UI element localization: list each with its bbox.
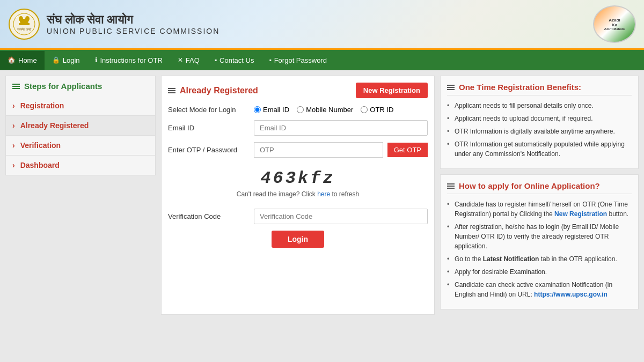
radio-email-input[interactable] [254,106,261,113]
svg-point-3 [19,16,23,21]
sidebar-label-dashboard: Dashboard [20,161,60,169]
how-to-apply-box: How to apply for Online Application? Can… [440,174,639,309]
nav-login[interactable]: 🔒 Login [45,51,87,70]
list-item: Candidate can check active examination N… [447,280,632,299]
upsc-url-link[interactable]: https://www.upsc.gov.in [534,291,608,298]
svg-rect-5 [19,23,30,25]
list-item: OTR Information is digitally available a… [447,127,632,136]
benefits-menu-icon [447,85,455,90]
chevron-right-icon-3: › [12,141,15,150]
menu-icon [12,84,20,89]
captcha-refresh-text: Can't read the image? Click here to refr… [172,190,423,198]
right-panel: One Time Registration Benefits: Applican… [440,76,639,315]
form-verification-row: Verification Code [168,209,428,224]
otp-label: Enter OTP / Password [168,146,254,154]
sidebar-title: Steps for Applicants [24,82,102,91]
panel-menu-icon [168,88,175,93]
chevron-right-icon-4: › [12,161,15,169]
radio-mobile-input[interactable] [297,106,304,113]
faq-icon: ✕ [178,56,183,64]
forgot-icon: ▪ [269,56,271,64]
list-item: After registration, he/she has to login … [447,222,632,251]
get-otp-button[interactable]: Get OTP [387,143,428,157]
radio-otr-input[interactable] [361,106,368,113]
center-panel: Already Registered New Registration Sele… [161,76,435,315]
login-btn-row: Login [168,231,428,248]
home-icon: 🏠 [8,56,16,64]
chevron-right-icon-2: › [12,121,15,130]
how-to-menu-icon [447,183,455,189]
email-label: Email ID [168,124,254,132]
captcha-area: 463kfz Can't read the image? Click here … [168,164,428,202]
sidebar-label-verification: Verification [20,141,61,150]
sidebar-header: Steps for Applicants [5,76,156,96]
chevron-right-icon: › [12,101,15,110]
new-registration-link[interactable]: New Registration [554,210,607,218]
nav-instructions[interactable]: ℹ Instructions for OTR [87,51,170,70]
info-icon: ℹ [95,56,98,64]
sidebar-item-registration[interactable]: › Registration [5,96,156,116]
sidebar-label-registration: Registration [20,101,64,110]
sidebar-label-already-registered: Already Registered [20,121,89,130]
list-item: Candidate has to register himself/ herse… [447,200,632,219]
list-item: Applicant needs to fill personal details… [447,101,632,110]
captcha-refresh-link[interactable]: here [317,190,330,198]
nav-faq[interactable]: ✕ FAQ [170,51,207,70]
nav-bar: 🏠 Home 🔒 Login ℹ Instructions for OTR ✕ … [0,50,644,70]
radio-mobile[interactable]: Mobile Number [297,106,353,114]
panel-header: Already Registered New Registration [168,83,428,98]
contact-icon: ▪ [215,56,217,64]
form-email-row: Email ID [168,120,428,136]
captcha-code: 463kfz [172,168,423,188]
main-content: Steps for Applicants › Registration › Al… [0,70,644,320]
how-to-apply-title: How to apply for Online Application? [447,181,632,194]
email-input[interactable] [254,120,428,136]
panel-title-text: Already Registered [180,86,258,95]
how-to-apply-list: Candidate has to register himself/ herse… [447,200,632,299]
nav-home[interactable]: 🏠 Home [0,51,45,70]
radio-otr[interactable]: OTR ID [361,106,393,114]
sidebar-item-dashboard[interactable]: › Dashboard [5,156,156,175]
benefits-box: One Time Registration Benefits: Applican… [440,76,639,169]
login-button[interactable]: Login [272,231,324,248]
svg-point-4 [25,16,30,21]
verification-field-wrapper [254,209,428,224]
top-banner: सत्यमेव जयते संघ लोक सेवा आयोग UNION PUB… [0,0,644,50]
form-otp-row: Enter OTP / Password Get OTP [168,142,428,158]
org-english: UNION PUBLIC SERVICE COMMISSION [47,27,219,35]
panel-title: Already Registered [168,86,258,95]
logo-area: सत्यमेव जयते संघ लोक सेवा आयोग UNION PUB… [8,8,219,40]
nav-contact[interactable]: ▪ Contact Us [207,51,262,70]
org-hindi: संघ लोक सेवा आयोग [47,13,219,27]
list-item: Applicant needs to upload document, if r… [447,114,632,123]
sidebar-item-already-registered[interactable]: › Already Registered [5,116,156,136]
lock-icon: 🔒 [52,56,60,64]
list-item: Apply for desirable Examination. [447,267,632,277]
radio-email[interactable]: Email ID [254,106,289,114]
emblem-icon: सत्यमेव जयते [8,8,40,40]
list-item: OTR Information get automatically popula… [447,139,632,159]
otp-input[interactable] [254,142,383,158]
svg-text:सत्यमेव जयते: सत्यमेव जयते [17,27,32,31]
azadi-badge: Azadi Ka Amrit Mahots [593,5,636,43]
email-field-wrapper [254,120,428,136]
nav-forgot[interactable]: ▪ Forgot Password [261,51,334,70]
mode-radio-group: Email ID Mobile Number OTR ID [254,106,428,114]
otp-field-wrapper: Get OTP [254,142,428,158]
new-registration-button[interactable]: New Registration [356,83,428,98]
verification-label: Verification Code [168,212,254,220]
benefits-title: One Time Registration Benefits: [447,83,632,95]
verification-input[interactable] [254,209,428,224]
otp-input-row: Get OTP [254,142,428,158]
mode-label: Select Mode for Login [168,106,254,114]
org-text: संघ लोक सेवा आयोग UNION PUBLIC SERVICE C… [47,13,219,35]
sidebar: Steps for Applicants › Registration › Al… [5,76,156,315]
list-item: Go to the Latest Notification tab in the… [447,254,632,264]
benefits-list: Applicant needs to fill personal details… [447,101,632,159]
form-mode-row: Select Mode for Login Email ID Mobile Nu… [168,106,428,114]
sidebar-item-verification[interactable]: › Verification [5,136,156,156]
